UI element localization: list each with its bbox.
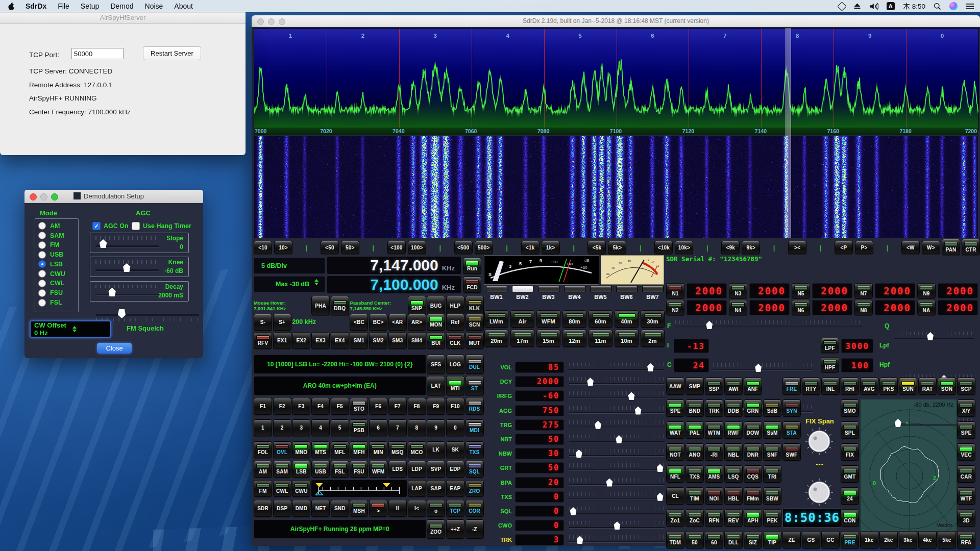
btn-f6[interactable]: F6 [369,398,387,415]
btn-rfa[interactable]: RFA [957,531,975,548]
btn-rds[interactable]: RDS [465,398,484,415]
btn-f3[interactable]: F3 [292,398,310,415]
btn-svp[interactable]: SVP [427,461,445,478]
fm-squelch-handle[interactable] [117,309,127,318]
fix-span-knob[interactable] [804,427,834,456]
btn-msh[interactable]: MSH [350,500,368,517]
restart-server-button[interactable]: Restart Server [143,46,201,60]
btn-5k[interactable]: 5k> [608,241,626,254]
btn-wtf[interactable]: WTF [957,487,975,505]
volume-icon[interactable] [869,3,878,10]
btn-8[interactable]: 8 [408,419,426,436]
btn-hpf[interactable]: HPF [821,357,839,372]
btn-air[interactable]: Air [510,310,534,328]
btn-fcd[interactable]: FCD [463,277,481,293]
btn-s[interactable]: S+ [273,314,291,331]
btn-f1[interactable]: F1 [254,398,272,415]
btn-st[interactable]: ST [465,376,484,395]
btn-ctr[interactable]: CTR [962,239,980,255]
btn-mfl[interactable]: MFL [331,441,349,458]
btn-usb[interactable]: USB [311,461,330,478]
btn-mut[interactable]: MUT [465,332,484,349]
btn-fsu[interactable]: FSU [350,461,368,478]
slider-i-rfg[interactable] [569,390,665,402]
btn-4[interactable]: 4 [311,419,330,436]
waterfall-canvas[interactable] [254,136,978,238]
btn-40m[interactable]: 40m [615,310,639,328]
btn-zoo[interactable]: ZOO [427,519,445,539]
btn-n2[interactable]: N2 [666,300,684,315]
btn-15m[interactable]: 15m [536,330,560,347]
btn-ii[interactable]: II [388,500,407,517]
btn-f5[interactable]: F5 [331,398,349,415]
btn-cwl[interactable]: CWL [273,480,291,497]
btn-rat[interactable]: RAT [918,378,937,395]
wifi-icon[interactable] [839,3,845,10]
span-knob-2[interactable] [804,478,834,507]
btn-scp[interactable]: SCP [957,378,975,395]
btn-11m[interactable]: 11m [589,330,612,347]
btn-100[interactable]: 100> [408,241,426,254]
btn-6[interactable]: 6 [369,419,387,436]
btn-x[interactable]: > [369,500,387,517]
btn-1k[interactable]: 1k> [542,241,560,254]
btn-ex4[interactable]: EX4 [331,332,349,349]
btn-10k[interactable]: <10k [654,241,673,254]
agc-slider-slope[interactable]: Slope0 [90,233,189,253]
btn-10[interactable]: 10> [274,241,292,254]
input-source-icon[interactable]: A [887,2,895,10]
btn-1[interactable]: 1 [254,419,272,436]
btn-mdi[interactable]: MDI [465,419,484,436]
bw-button-bw7[interactable]: BW7 [641,286,665,307]
btn-con[interactable]: CON [841,509,859,527]
btn-ams[interactable]: AMS [705,465,723,483]
btn-ano[interactable]: ANO [685,443,704,461]
btn-sun[interactable]: SUN [899,378,917,395]
btn-dnr[interactable]: DNR [744,443,762,461]
btn-n4[interactable]: N4 [729,300,747,315]
bw-button-bw1[interactable]: BW1 [484,286,508,307]
btn-avg[interactable]: AVG [860,378,878,395]
btn-noi[interactable]: NOI [705,487,723,505]
btn-zoc[interactable]: ZoC [685,509,704,527]
btn-tri[interactable]: TRI [763,465,781,483]
bw-button-bw3[interactable]: BW3 [536,286,560,307]
slider-grt[interactable] [569,462,665,473]
mode-radio-lsb[interactable]: LSB [38,261,65,268]
menu-sdrdx[interactable]: SdrDx [20,2,52,10]
btn-s[interactable]: S- [254,314,272,331]
btn-pha[interactable]: PHA [311,296,330,315]
btn-cl[interactable]: CL [666,487,684,505]
btn-min[interactable]: MIN [369,441,387,458]
btn-swf[interactable]: SWF [782,443,801,461]
btn-mti[interactable]: MTI [446,376,464,395]
btn-tim[interactable]: TIM [685,487,704,505]
btn-ex1[interactable]: EX1 [273,332,291,349]
btn-clk[interactable]: CLK [446,332,464,349]
notification-center-icon[interactable] [966,3,974,10]
btn-10m[interactable]: 10m [615,330,639,347]
btn-10k[interactable]: 10k> [675,241,693,254]
cw-offset-field[interactable]: CW Offset 0 Hz [30,320,111,338]
btn-ldp[interactable]: LDP [408,461,426,478]
btn-txs[interactable]: TXS [685,465,704,483]
btn-w[interactable]: <W [901,241,920,254]
btn-z[interactable]: -Z [465,519,484,539]
btn-z[interactable]: ++Z [446,519,464,539]
tuning-cursor[interactable] [786,28,791,238]
btn-eap[interactable]: EAP [446,480,464,497]
spectrum-canvas[interactable] [254,29,978,128]
btn-lap[interactable]: LAP [408,480,426,497]
btn-pek[interactable]: PEK [763,509,781,527]
btn-i[interactable]: I< [408,500,426,517]
btn-rhi[interactable]: RHI [841,378,859,395]
btn-fre[interactable]: FRE [782,378,801,395]
mode-radio-am[interactable]: AM [38,222,65,230]
slider-i[interactable] [713,362,813,373]
btn-smo[interactable]: SMO [841,399,859,417]
mode-radio-fsu[interactable]: FSU [38,289,65,296]
btn-dow[interactable]: DOW [744,421,762,439]
btn-ref[interactable]: Ref [446,314,464,331]
btn-f7[interactable]: F7 [388,398,407,415]
mode-radio-fsl[interactable]: FSL [38,299,65,306]
